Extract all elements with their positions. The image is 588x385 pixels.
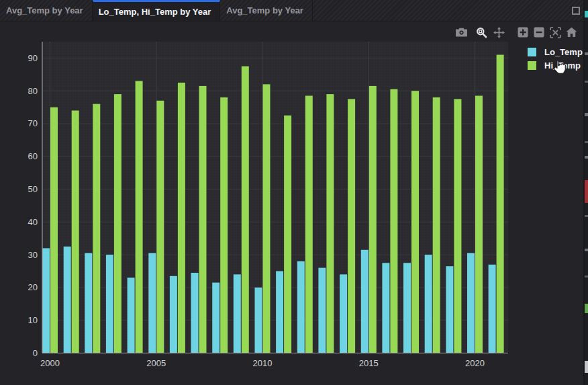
y-tick-label: 90 [28,53,38,63]
app-window: Avg_Temp by Year Lo_Temp, Hi_Temp by Yea… [0,0,588,385]
bar-Lo_Temp-2016[interactable] [382,263,389,353]
y-tick-label: 50 [28,184,38,194]
tab-bar: Avg_Temp by Year Lo_Temp, Hi_Temp by Yea… [0,0,585,22]
sliver-mark [585,249,588,251]
bar-Lo_Temp-2004[interactable] [128,277,135,353]
bar-Lo_Temp-2007[interactable] [191,273,199,353]
bar-Lo_Temp-2013[interactable] [318,268,326,353]
bar-Lo_Temp-2000[interactable] [42,248,50,353]
x-tick-label: 2020 [465,358,485,368]
bar-Hi_Temp-2009[interactable] [242,67,249,353]
bar-Lo_Temp-2019[interactable] [446,266,453,353]
bar-Lo_Temp-2010[interactable] [255,288,262,353]
sliver-mark [585,113,588,116]
chart-legend: Lo_Temp Hi_Temp [528,45,583,72]
bar-Lo_Temp-2006[interactable] [170,276,177,353]
bar-Lo_Temp-2002[interactable] [85,253,92,353]
sliver-mark [585,215,588,217]
bar-Hi_Temp-2006[interactable] [178,83,185,353]
tab-avg-temp-1[interactable]: Avg_Temp by Year [0,0,93,21]
x-tick-label: 2005 [146,358,166,368]
bar-Lo_Temp-2005[interactable] [148,253,156,353]
legend-item-lo-temp[interactable]: Lo_Temp [528,45,583,58]
bar-Hi_Temp-2008[interactable] [220,97,228,353]
bar-Lo_Temp-2012[interactable] [297,261,305,353]
sliver-mark [585,275,588,277]
lo-temp-swatch [528,48,536,56]
legend-label: Lo_Temp [544,47,583,57]
y-tick-label: 20 [28,282,38,292]
sliver-mark [585,361,588,373]
tab-lo-hi-temp[interactable]: Lo_Temp, Hi_Temp by Year [93,0,221,21]
bar-Lo_Temp-2015[interactable] [361,250,369,353]
y-tick-label: 30 [28,250,38,260]
bar-Lo_Temp-2009[interactable] [234,274,241,353]
x-tick-label: 2010 [253,358,273,368]
bar-Hi_Temp-2012[interactable] [305,96,313,353]
bar-Lo_Temp-2011[interactable] [276,271,283,353]
bar-Hi_Temp-2011[interactable] [284,116,291,353]
sliver-mark [585,141,588,143]
bar-Lo_Temp-2018[interactable] [425,255,432,353]
x-tick-label: 2015 [359,358,379,368]
bar-Lo_Temp-2014[interactable] [340,274,347,353]
bar-Lo_Temp-2021[interactable] [489,265,496,353]
bar-Lo_Temp-2003[interactable] [106,255,113,353]
bar-Hi_Temp-2005[interactable] [156,101,164,353]
tab-avg-temp-2[interactable]: Avg_Temp by Year [220,0,313,21]
bar-Hi_Temp-2017[interactable] [411,91,419,353]
sliver-mark [585,180,588,203]
y-tick-label: 40 [28,217,38,227]
bar-Hi_Temp-2002[interactable] [93,104,100,353]
bar-Hi_Temp-2004[interactable] [136,81,143,353]
bar-Lo_Temp-2001[interactable] [64,247,71,353]
bar-Hi_Temp-2018[interactable] [433,97,440,353]
bar-Hi_Temp-2020[interactable] [475,96,483,353]
bar-Hi_Temp-2003[interactable] [114,94,121,353]
y-tick-label: 70 [28,118,38,128]
sliver-mark [585,52,588,55]
chart-plot-area[interactable]: 010203040506070809020002005201020152020 [0,21,583,385]
hi-temp-swatch [528,61,536,70]
y-tick-label: 60 [28,151,38,161]
bar-Hi_Temp-2001[interactable] [72,111,79,353]
bar-Hi_Temp-2007[interactable] [199,86,207,353]
maximize-icon[interactable] [572,7,580,15]
bar-Hi_Temp-2019[interactable] [454,99,461,353]
sliver-mark [585,156,588,159]
grouped-bar-chart[interactable]: 010203040506070809020002005201020152020 [0,21,583,385]
bar-Hi_Temp-2016[interactable] [390,89,397,353]
adjacent-window-sliver [585,0,588,385]
bar-Hi_Temp-2015[interactable] [369,86,377,353]
bar-Hi_Temp-2013[interactable] [326,94,334,353]
y-tick-label: 10 [28,315,38,325]
bar-Lo_Temp-2017[interactable] [403,263,411,353]
y-tick-label: 0 [33,348,38,358]
bar-Hi_Temp-2021[interactable] [497,55,504,353]
bar-Hi_Temp-2000[interactable] [50,108,58,353]
legend-item-hi-temp[interactable]: Hi_Temp [528,58,583,72]
bar-Hi_Temp-2010[interactable] [263,84,271,353]
y-tick-label: 80 [28,86,38,96]
sliver-mark [585,11,588,17]
sliver-mark [585,304,588,313]
bar-Lo_Temp-2008[interactable] [212,283,219,353]
bar-Lo_Temp-2020[interactable] [467,253,475,353]
x-tick-label: 2000 [40,358,60,368]
bar-Hi_Temp-2014[interactable] [348,99,355,353]
sliver-mark [585,81,588,83]
legend-label: Hi_Temp [544,60,581,71]
